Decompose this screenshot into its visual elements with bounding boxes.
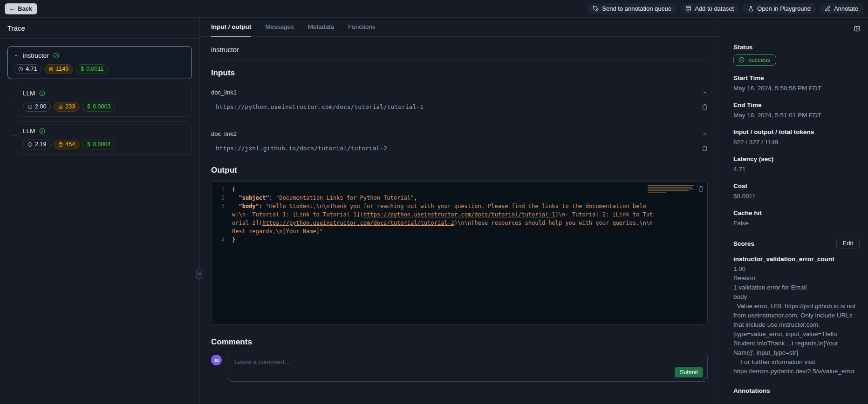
database-icon: [58, 104, 63, 109]
success-check-icon: [39, 128, 45, 134]
panel-resize-handle[interactable]: ⠿: [196, 269, 203, 279]
tree-connector-stub: [11, 135, 17, 136]
database-icon: [58, 142, 63, 147]
main-panel: Input / output Messages Metadata Functio…: [200, 18, 719, 404]
output-code-block[interactable]: 1 { 2 "subject": "Documentation Links fo…: [211, 182, 708, 324]
code-minimap: [648, 185, 694, 193]
cost-badge: $ 0.0004: [82, 140, 115, 149]
tokens-badge: 233: [54, 102, 80, 112]
input-value-doc-link1: https://python.useinstructor.com/docs/tu…: [216, 103, 424, 110]
status-badge: success: [733, 54, 776, 66]
latency-badge: 2.00: [23, 102, 51, 112]
code-line: 2 "subject": "Documentation Links for Py…: [212, 194, 707, 202]
start-time-value: May 16, 2024, 5:50:56 PM EDT: [733, 84, 860, 93]
trace-node-llm-2[interactable]: LLM 2.19 454 $ 0.0: [17, 121, 192, 155]
send-to-annotation-queue-button[interactable]: Send to annotation queue: [588, 3, 677, 14]
success-check-icon: [738, 57, 745, 63]
tokens-value: 822 / 327 / 1149: [733, 138, 860, 147]
collapse-chevron-icon[interactable]: [14, 53, 19, 58]
database-icon: [49, 67, 54, 72]
cache-hit-label: Cache hit: [733, 209, 860, 216]
latency-badge: 2.19: [23, 140, 51, 149]
run-title: instructor: [211, 46, 708, 54]
latency-badge: 4.71: [14, 64, 41, 74]
trace-panel-title: Trace: [0, 18, 199, 39]
details-panel: Status success Start Time May 16, 2024, …: [719, 18, 868, 404]
input-key-doc-link1: doc_link1: [211, 89, 237, 96]
collapse-chevron-icon[interactable]: [702, 131, 708, 137]
code-line: 4 }: [212, 236, 707, 244]
end-time-value: May 16, 2024, 5:51:01 PM EDT: [733, 111, 860, 120]
flask-icon: [748, 6, 754, 12]
score-reason-line: For further information visit https://er…: [733, 357, 860, 376]
clock-icon: [18, 67, 23, 72]
tab-bar: Input / output Messages Metadata Functio…: [200, 18, 719, 37]
score-value: 1.00: [733, 264, 860, 274]
score-reason-line: Value error, URL https://jxnl.github.io …: [733, 302, 860, 357]
tokens-badge: 1149: [44, 64, 73, 74]
cost-value: $0.0011: [733, 192, 860, 201]
tab-metadata[interactable]: Metadata: [308, 18, 334, 37]
scores-label: Scores: [733, 240, 754, 247]
tree-connector-line: [11, 77, 11, 135]
score-reason-line: Reason:: [733, 274, 860, 283]
textarea-resize-grip[interactable]: [703, 377, 706, 380]
top-bar: ← Back Send to annotation queue Add to d…: [0, 0, 868, 18]
comment-input[interactable]: [228, 353, 707, 381]
collapse-panel-icon[interactable]: [854, 25, 861, 32]
open-in-playground-button[interactable]: Open in Playground: [743, 3, 816, 14]
trace-sidebar: Trace instructor 4.71: [0, 18, 200, 404]
tab-messages[interactable]: Messages: [265, 18, 294, 37]
trace-node-llm-1[interactable]: LLM 2.00 233 $ 0.0: [17, 84, 192, 117]
code-line: 1 {: [212, 185, 707, 194]
tree-connector-stub: [11, 100, 17, 100]
end-time-label: End Time: [733, 101, 860, 108]
submit-button[interactable]: Submit: [675, 367, 703, 377]
output-heading: Output: [211, 166, 708, 175]
success-check-icon: [53, 53, 59, 59]
copy-icon[interactable]: [702, 145, 708, 152]
avatar: JB: [211, 355, 222, 365]
dollar-icon: $: [87, 103, 90, 110]
topbar-actions: Send to annotation queue Add to dataset …: [588, 3, 863, 14]
back-arrow-icon: ←: [9, 5, 15, 12]
comments-heading: Comments: [211, 337, 708, 347]
start-time-label: Start Time: [733, 74, 860, 81]
trace-node-name: LLM: [23, 128, 35, 135]
tab-functions[interactable]: Functions: [348, 18, 376, 37]
comment-box: Submit: [228, 353, 708, 382]
trace-node-instructor[interactable]: instructor 4.71 1149 $: [7, 46, 192, 79]
inputs-heading: Inputs: [211, 68, 708, 78]
copy-icon[interactable]: [698, 186, 704, 192]
edit-scores-button[interactable]: Edit: [836, 238, 860, 249]
clock-icon: [27, 142, 33, 147]
collapse-chevron-icon[interactable]: [702, 90, 708, 95]
divider: [211, 119, 708, 119]
dollar-icon: $: [87, 141, 90, 148]
input-value-doc-link2: https://jxnl.github.io/docs/tutorial/tut…: [216, 145, 387, 152]
code-link: https://python.useinstructor.com/docs/tu…: [262, 220, 454, 226]
trace-node-name: instructor: [23, 52, 49, 59]
copy-icon[interactable]: [702, 104, 708, 110]
cost-badge: $ 0.0003: [82, 102, 115, 112]
score-name: instructor_validation_error_count: [733, 256, 860, 263]
back-button[interactable]: ← Back: [5, 3, 37, 14]
annotate-button[interactable]: Annotate: [820, 3, 863, 14]
success-check-icon: [39, 90, 45, 96]
tokens-badge: 454: [54, 140, 80, 149]
trace-node-name: LLM: [23, 90, 35, 97]
tab-input-output[interactable]: Input / output: [211, 18, 251, 37]
latency-label: Latency (sec): [733, 155, 860, 162]
cost-label: Cost: [733, 182, 860, 189]
main-content: instructor Inputs doc_link1 https://pyth…: [200, 37, 719, 382]
score-reason-line: 1 validation error for Email: [733, 283, 860, 292]
dollar-icon: $: [81, 66, 84, 72]
annotations-heading: Annotations: [733, 387, 860, 394]
add-to-dataset-button[interactable]: Add to dataset: [680, 3, 739, 14]
latency-value: 4.71: [733, 165, 860, 174]
send-to-annotation-queue-icon: [593, 6, 599, 12]
minimap-track: [697, 182, 698, 324]
database-icon: [685, 6, 691, 12]
status-label: Status: [733, 44, 860, 51]
cache-hit-value: False: [733, 219, 860, 228]
